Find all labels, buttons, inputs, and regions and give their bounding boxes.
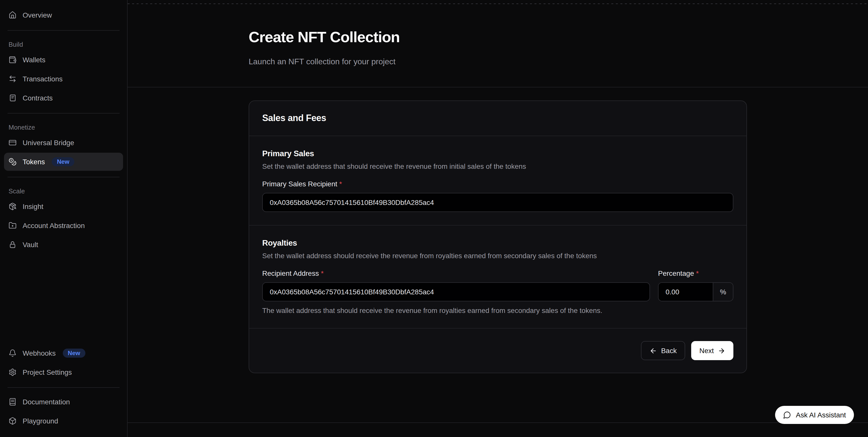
app-root: Overview Build Wallets Transactions Cont… [0, 0, 868, 437]
field-label-text: Percentage [658, 269, 694, 277]
sidebar-item-overview[interactable]: Overview [4, 6, 123, 24]
box-icon [8, 417, 17, 425]
royalty-percentage-group: % [658, 282, 733, 301]
sidebar-divider [7, 30, 120, 31]
back-button[interactable]: Back [641, 341, 685, 360]
card-title: Sales and Fees [262, 113, 733, 124]
primary-sales-recipient-label: Primary Sales Recipient* [262, 180, 733, 188]
coins-icon [8, 158, 17, 166]
primary-sales-description: Set the wallet address that should recei… [262, 162, 733, 171]
royalty-percentage-label: Percentage* [658, 269, 733, 277]
card-footer: Back Next [249, 328, 746, 373]
sidebar-item-vault[interactable]: Vault [4, 236, 123, 254]
sidebar-spacer [4, 255, 123, 344]
sidebar-item-tokens[interactable]: Tokens New [4, 153, 123, 171]
page-header: Create NFT Collection Launch an NFT coll… [128, 0, 868, 87]
lock-icon [8, 241, 17, 249]
sidebar-item-project-settings[interactable]: Project Settings [4, 363, 123, 381]
royalty-recipient-label: Recipient Address* [262, 269, 650, 277]
sidebar-item-label: Tokens [23, 158, 45, 166]
folder-dot-icon [8, 221, 17, 229]
royalty-percentage-input[interactable] [658, 283, 713, 301]
bell-icon [8, 349, 17, 357]
sidebar-item-documentation[interactable]: Documentation [4, 393, 123, 411]
primary-sales-recipient-input[interactable] [262, 193, 733, 212]
sidebar-item-account-abstraction[interactable]: Account Abstraction [4, 217, 123, 235]
next-button[interactable]: Next [691, 341, 733, 360]
sidebar-item-wallets[interactable]: Wallets [4, 51, 123, 69]
royalties-description: Set the wallet address should receive th… [262, 252, 733, 260]
percent-suffix: % [713, 283, 733, 301]
arrow-right-icon [718, 347, 725, 354]
sidebar-item-label: Vault [23, 241, 38, 249]
main-content: Create NFT Collection Launch an NFT coll… [128, 0, 868, 437]
page-title: Create NFT Collection [249, 28, 747, 46]
top-dashed-divider [128, 3, 868, 4]
sidebar-section-monetize: Monetize [4, 119, 123, 134]
home-icon [8, 11, 17, 19]
credit-card-icon [8, 138, 17, 147]
field-label-text: Primary Sales Recipient [262, 180, 337, 188]
sales-and-fees-card: Sales and Fees Primary Sales Set the wal… [249, 100, 747, 373]
sidebar: Overview Build Wallets Transactions Cont… [0, 0, 128, 437]
sidebar-item-label: Universal Bridge [23, 138, 74, 147]
chat-bubble-icon [783, 411, 792, 419]
package-search-icon [8, 202, 17, 211]
sidebar-item-webhooks[interactable]: Webhooks New [4, 344, 123, 362]
required-asterisk: * [339, 180, 342, 188]
new-badge: New [63, 349, 85, 357]
sidebar-item-label: Webhooks [23, 349, 56, 357]
card-header: Sales and Fees [249, 101, 746, 136]
wallet-icon [8, 56, 17, 64]
bottom-divider [128, 423, 868, 423]
sidebar-divider [7, 387, 120, 388]
back-button-label: Back [661, 347, 677, 355]
sidebar-item-label: Documentation [23, 398, 70, 406]
ask-ai-assistant-label: Ask AI Assistant [796, 411, 846, 419]
sidebar-item-contracts[interactable]: Contracts [4, 89, 123, 107]
sidebar-item-label: Account Abstraction [23, 221, 85, 229]
required-asterisk: * [696, 269, 699, 277]
gear-icon [8, 368, 17, 376]
royalties-section: Royalties Set the wallet address should … [249, 225, 746, 328]
sidebar-item-insight[interactable]: Insight [4, 197, 123, 216]
arrows-left-right-icon [8, 75, 17, 83]
ask-ai-assistant-button[interactable]: Ask AI Assistant [775, 406, 854, 424]
contract-document-icon [8, 94, 17, 102]
sidebar-item-label: Contracts [23, 94, 53, 102]
book-icon [8, 398, 17, 406]
sidebar-item-transactions[interactable]: Transactions [4, 70, 123, 88]
sidebar-section-scale: Scale [4, 182, 123, 197]
sidebar-item-label: Transactions [23, 75, 63, 83]
sidebar-item-label: Project Settings [23, 368, 72, 376]
sidebar-item-universal-bridge[interactable]: Universal Bridge [4, 134, 123, 152]
sidebar-item-label: Insight [23, 202, 43, 211]
sidebar-section-build: Build [4, 36, 123, 51]
sidebar-item-label: Overview [23, 11, 52, 19]
page-subtitle: Launch an NFT collection for your projec… [249, 56, 747, 67]
royalty-helper-text: The wallet address that should receive t… [262, 306, 733, 315]
primary-sales-section: Primary Sales Set the wallet address tha… [249, 136, 746, 225]
sidebar-divider [7, 177, 120, 177]
primary-sales-heading: Primary Sales [262, 149, 733, 158]
required-asterisk: * [321, 269, 324, 277]
royalty-recipient-input[interactable] [262, 282, 650, 301]
royalties-heading: Royalties [262, 239, 733, 248]
next-button-label: Next [699, 347, 714, 355]
arrow-left-icon [650, 347, 657, 354]
field-label-text: Recipient Address [262, 269, 319, 277]
sidebar-divider [7, 113, 120, 114]
sidebar-item-label: Playground [23, 417, 58, 425]
new-badge: New [52, 157, 74, 166]
sidebar-item-label: Wallets [23, 56, 45, 64]
sidebar-item-playground[interactable]: Playground [4, 412, 123, 430]
